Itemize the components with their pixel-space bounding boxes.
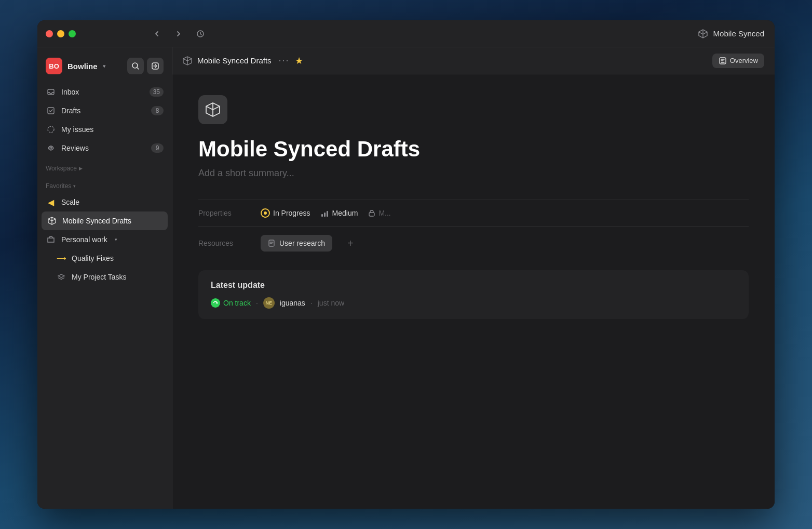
star-button[interactable]: ★ bbox=[295, 55, 303, 67]
drafts-icon bbox=[46, 105, 56, 116]
main-container: BO Bowline ▾ bbox=[37, 47, 775, 509]
scale-icon: ◀ bbox=[46, 197, 56, 207]
compose-button[interactable] bbox=[147, 58, 164, 74]
status-property[interactable]: In Progress bbox=[261, 208, 310, 218]
sidebar-item-drafts[interactable]: Drafts 8 bbox=[37, 101, 172, 120]
sidebar-item-my-project-tasks[interactable]: My Project Tasks bbox=[37, 268, 172, 286]
on-track-icon bbox=[211, 298, 220, 308]
priority-bar-icon bbox=[321, 209, 329, 217]
svg-rect-9 bbox=[324, 213, 326, 217]
update-timestamp: just now bbox=[318, 299, 344, 307]
reviews-icon bbox=[46, 143, 56, 153]
user-avatar: NE bbox=[263, 297, 275, 309]
titlebar-right: Mobile Synced bbox=[698, 29, 764, 39]
workspace-name-label: Bowline bbox=[67, 62, 98, 71]
on-track-badge: On track bbox=[211, 298, 251, 308]
properties-label: Properties bbox=[198, 209, 250, 217]
update-user-name: iguanas bbox=[280, 299, 305, 307]
personal-work-label: Personal work bbox=[61, 235, 107, 244]
forward-button[interactable] bbox=[170, 25, 187, 42]
page-summary-placeholder[interactable]: Add a short summary... bbox=[198, 168, 749, 179]
svg-rect-8 bbox=[321, 214, 323, 217]
titlebar-title: Mobile Synced bbox=[713, 29, 764, 38]
sidebar-item-inbox[interactable]: Inbox 35 bbox=[37, 83, 172, 101]
sidebar-item-quality-fixes[interactable]: ⟶ Quality Fixes bbox=[37, 249, 172, 268]
favorites-section-label[interactable]: Favorites ▾ bbox=[37, 175, 172, 193]
lock-icon bbox=[368, 209, 375, 217]
workspace-chevron-icon: ▾ bbox=[103, 63, 106, 70]
reviews-label: Reviews bbox=[61, 144, 89, 152]
layers-icon bbox=[56, 272, 66, 282]
overview-button[interactable]: Overview bbox=[712, 54, 764, 68]
latest-update-section: Latest update On track · bbox=[198, 270, 749, 319]
workspace-avatar: BO bbox=[46, 58, 62, 74]
sidebar-header: BO Bowline ▾ bbox=[37, 54, 172, 83]
overview-label: Overview bbox=[730, 57, 758, 64]
update-section-title: Latest update bbox=[211, 281, 736, 290]
mobile-synced-cube-icon bbox=[47, 216, 57, 226]
svg-rect-11 bbox=[369, 213, 374, 216]
page-icon[interactable] bbox=[198, 95, 227, 124]
personal-work-icon bbox=[46, 234, 56, 245]
workspace-section-label[interactable]: Workspace ▶ bbox=[37, 157, 172, 175]
history-button[interactable] bbox=[192, 25, 209, 42]
sidebar-item-my-issues[interactable]: My issues bbox=[37, 120, 172, 139]
page-title: Mobile Synced Drafts bbox=[198, 137, 749, 162]
header-cube-icon bbox=[183, 56, 192, 65]
svg-rect-10 bbox=[327, 211, 328, 217]
scale-label: Scale bbox=[61, 198, 79, 206]
inbox-icon bbox=[46, 87, 56, 97]
status-label: In Progress bbox=[273, 209, 310, 217]
add-resource-button[interactable]: + bbox=[343, 235, 358, 251]
inbox-badge: 35 bbox=[150, 87, 164, 97]
inbox-label: Inbox bbox=[61, 88, 79, 96]
svg-point-5 bbox=[48, 126, 54, 133]
quality-fixes-label: Quality Fixes bbox=[72, 254, 114, 262]
more-options-button[interactable]: ··· bbox=[279, 55, 290, 66]
content-header: Mobile Synced Drafts ··· ★ Overview bbox=[172, 47, 775, 74]
titlebar-cube-icon bbox=[698, 29, 708, 39]
back-button[interactable] bbox=[148, 25, 165, 42]
sidebar-item-scale[interactable]: ◀ Scale bbox=[37, 193, 172, 211]
my-issues-icon bbox=[46, 124, 56, 135]
quality-fixes-icon: ⟶ bbox=[56, 253, 66, 263]
sidebar-item-personal-work[interactable]: Personal work ▾ bbox=[37, 230, 172, 249]
drafts-label: Drafts bbox=[61, 107, 80, 115]
navigation-buttons bbox=[148, 25, 209, 42]
mobile-synced-label: Mobile Synced Drafts bbox=[62, 217, 131, 225]
reviews-badge: 9 bbox=[151, 143, 164, 153]
fullscreen-button[interactable] bbox=[69, 30, 76, 37]
sidebar-item-reviews[interactable]: Reviews 9 bbox=[37, 139, 172, 157]
update-row: On track · NE iguanas · just now bbox=[211, 297, 736, 309]
access-label: M... bbox=[378, 209, 390, 217]
content-header-title: Mobile Synced Drafts bbox=[197, 56, 272, 65]
personal-work-chevron: ▾ bbox=[115, 237, 117, 242]
titlebar: Mobile Synced bbox=[37, 20, 775, 47]
search-button[interactable] bbox=[127, 58, 144, 74]
close-button[interactable] bbox=[46, 30, 53, 37]
sidebar-action-buttons bbox=[127, 58, 164, 74]
my-issues-label: My issues bbox=[61, 125, 93, 134]
user-research-chip[interactable]: User research bbox=[261, 235, 332, 252]
on-track-label: On track bbox=[223, 299, 251, 307]
workspace-selector[interactable]: BO Bowline ▾ bbox=[46, 58, 106, 74]
svg-point-13 bbox=[216, 302, 218, 304]
svg-rect-4 bbox=[48, 108, 54, 114]
minimize-button[interactable] bbox=[57, 30, 64, 37]
lock-property[interactable]: M... bbox=[368, 209, 390, 217]
priority-label: Medium bbox=[332, 209, 358, 217]
resource-label: User research bbox=[279, 239, 325, 247]
priority-property[interactable]: Medium bbox=[321, 209, 358, 217]
drafts-badge: 8 bbox=[151, 106, 164, 115]
content-body: Mobile Synced Drafts Add a short summary… bbox=[172, 74, 775, 509]
svg-point-6 bbox=[50, 147, 52, 149]
properties-row: Properties In Progress bbox=[198, 200, 749, 226]
my-project-tasks-label: My Project Tasks bbox=[72, 273, 127, 281]
status-circle-icon bbox=[261, 208, 270, 218]
sidebar-item-mobile-synced-drafts[interactable]: Mobile Synced Drafts bbox=[42, 211, 168, 230]
content-area: Mobile Synced Drafts ··· ★ Overview bbox=[172, 47, 775, 509]
traffic-lights bbox=[46, 30, 76, 37]
resources-label: Resources bbox=[198, 239, 250, 247]
sidebar: BO Bowline ▾ bbox=[37, 47, 172, 509]
svg-rect-12 bbox=[269, 240, 274, 246]
